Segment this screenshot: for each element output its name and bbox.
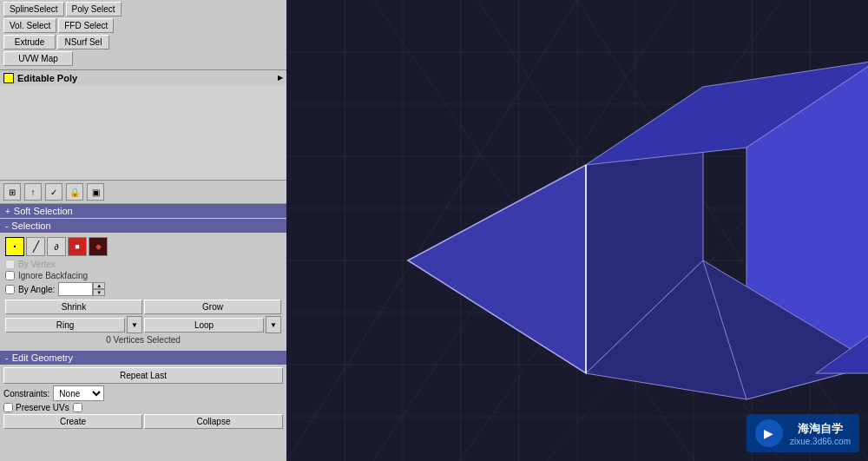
sel-icons-row: · ╱ ∂ ■ ◆ bbox=[5, 237, 281, 256]
ring-loop-row: Ring ▼ Loop ▼ bbox=[5, 316, 281, 333]
edit-geometry-header[interactable]: - Edit Geometry bbox=[0, 351, 286, 365]
constraints-label: Constraints: bbox=[3, 389, 49, 398]
selection-header[interactable]: - Selection bbox=[0, 219, 286, 233]
viewport[interactable]: ▶ 海淘自学 zixue.3d66.com bbox=[286, 0, 868, 461]
btn-row-2: Vol. Select FFD Select bbox=[3, 18, 283, 33]
vol-select-button[interactable]: Vol. Select bbox=[3, 18, 56, 33]
main-container: SplineSelect Poly Select Vol. Select FFD… bbox=[0, 0, 868, 461]
screen-icon[interactable]: ▣ bbox=[87, 183, 104, 201]
viewport-grid-svg bbox=[286, 0, 868, 461]
spline-select-button[interactable]: SplineSelect bbox=[3, 2, 64, 16]
extrude-button[interactable]: Extrude bbox=[3, 35, 56, 49]
border-sel-icon[interactable]: ∂ bbox=[47, 237, 66, 256]
create-button[interactable]: Create bbox=[3, 414, 142, 429]
shrink-grow-row: Shrink Grow bbox=[5, 300, 281, 314]
watermark-logo: ▶ bbox=[755, 419, 783, 447]
grow-button[interactable]: Grow bbox=[144, 300, 281, 314]
soft-selection-header[interactable]: + Soft Selection bbox=[0, 204, 286, 218]
by-angle-checkbox[interactable] bbox=[5, 285, 15, 294]
ffd-select-button[interactable]: FFD Select bbox=[58, 18, 114, 33]
watermark-site-name: 海淘自学 bbox=[790, 421, 851, 437]
preserve-uvs-checkbox2[interactable] bbox=[73, 403, 82, 412]
selection-content: · ╱ ∂ ■ ◆ By Vertex Ignore Backfacing bbox=[0, 234, 286, 351]
cursor-icon[interactable]: ↑ bbox=[24, 183, 42, 201]
selection-rollout: - Selection · ╱ ∂ ■ ◆ By Vertex bbox=[0, 219, 286, 351]
edit-geometry-label: Edit Geometry bbox=[12, 352, 73, 363]
soft-selection-label: Soft Selection bbox=[14, 206, 73, 216]
loop-button[interactable]: Loop bbox=[144, 318, 264, 333]
watermark: ▶ 海淘自学 zixue.3d66.com bbox=[746, 414, 859, 452]
by-angle-spinbox: 45.0 ▲ ▼ bbox=[58, 282, 105, 296]
soft-selection-toggle: + bbox=[5, 207, 10, 216]
by-vertex-label: By Vertex bbox=[18, 260, 56, 269]
uvw-map-button[interactable]: UVW Map bbox=[3, 51, 73, 66]
by-angle-down-button[interactable]: ▼ bbox=[93, 289, 105, 296]
watermark-text: 海淘自学 zixue.3d66.com bbox=[790, 421, 851, 446]
watermark-site-url: zixue.3d66.com bbox=[790, 437, 851, 446]
poly-sel-icon[interactable]: ■ bbox=[68, 237, 87, 256]
ring-dropdown-button[interactable]: ▼ bbox=[127, 316, 142, 333]
preserve-uvs-row: Preserve UVs bbox=[3, 403, 283, 412]
by-vertex-checkbox[interactable] bbox=[5, 260, 15, 269]
constraints-select[interactable]: None Edge Face Normal bbox=[53, 385, 104, 401]
selection-label: Selection bbox=[11, 221, 50, 231]
collapse-button[interactable]: Collapse bbox=[144, 414, 283, 429]
loop-dropdown-button[interactable]: ▼ bbox=[266, 316, 281, 333]
by-angle-up-button[interactable]: ▲ bbox=[93, 282, 105, 289]
check-icon[interactable]: ✓ bbox=[45, 183, 62, 201]
create-collapse-row: Create Collapse bbox=[3, 414, 283, 429]
preserve-uvs-label: Preserve UVs bbox=[16, 403, 69, 412]
shrink-button[interactable]: Shrink bbox=[5, 300, 142, 314]
by-angle-row: By Angle: 45.0 ▲ ▼ bbox=[5, 282, 281, 296]
ep-label: Editable Poly bbox=[17, 73, 77, 83]
ep-color-box bbox=[3, 73, 14, 83]
by-angle-input[interactable]: 45.0 bbox=[58, 282, 93, 296]
btn-row-3: Extrude NSurf Sel bbox=[3, 35, 283, 49]
ignore-backfacing-row: Ignore Backfacing bbox=[5, 271, 281, 280]
vertex-sel-icon[interactable]: · bbox=[5, 237, 24, 256]
soft-selection-rollout: + Soft Selection bbox=[0, 204, 286, 219]
edit-geometry-toggle: - bbox=[5, 352, 9, 363]
by-vertex-row: By Vertex bbox=[5, 260, 281, 269]
ep-icon-area bbox=[0, 85, 286, 181]
btn-row-4: UVW Map bbox=[3, 51, 283, 66]
btn-row-1: SplineSelect Poly Select bbox=[3, 2, 283, 16]
lock-icon[interactable]: 🔒 bbox=[66, 183, 83, 201]
toolbar-icons-row: ⊞ ↑ ✓ 🔒 ▣ bbox=[0, 181, 286, 204]
repeat-last-button[interactable]: Repeat Last bbox=[3, 367, 283, 384]
element-sel-icon[interactable]: ◆ bbox=[89, 237, 108, 256]
selection-toggle: - bbox=[5, 221, 8, 231]
edit-geometry-rollout: - Edit Geometry Repeat Last Constraints:… bbox=[0, 351, 286, 431]
top-buttons-area: SplineSelect Poly Select Vol. Select FFD… bbox=[0, 0, 286, 69]
poly-select-button[interactable]: Poly Select bbox=[66, 2, 122, 16]
ignore-backfacing-label: Ignore Backfacing bbox=[18, 271, 88, 280]
play-icon: ▶ bbox=[764, 426, 773, 440]
edge-sel-icon[interactable]: ╱ bbox=[26, 237, 45, 256]
vertices-status: 0 Vertices Selected bbox=[5, 335, 281, 345]
ignore-backfacing-checkbox[interactable] bbox=[5, 271, 15, 280]
by-angle-label: By Angle: bbox=[18, 285, 55, 294]
pin-icon[interactable]: ⊞ bbox=[3, 183, 21, 201]
left-panel: SplineSelect Poly Select Vol. Select FFD… bbox=[0, 0, 286, 461]
editable-poly-header[interactable]: Editable Poly ▸ bbox=[0, 69, 286, 85]
ring-button[interactable]: Ring bbox=[5, 318, 125, 333]
constraints-row: Constraints: None Edge Face Normal bbox=[3, 385, 283, 401]
ep-dots: ▸ bbox=[278, 72, 283, 83]
nsurf-sel-button[interactable]: NSurf Sel bbox=[57, 35, 109, 49]
preserve-uvs-checkbox[interactable] bbox=[3, 403, 13, 412]
by-angle-spin-buttons: ▲ ▼ bbox=[93, 282, 105, 296]
